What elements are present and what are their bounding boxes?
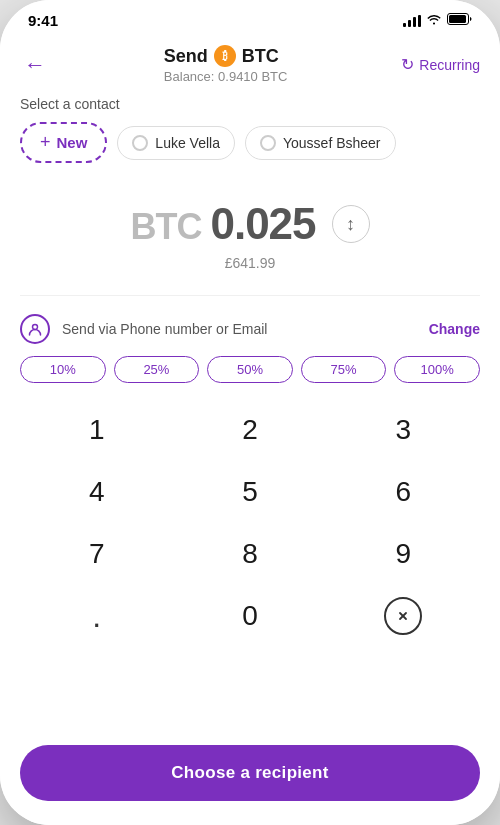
battery-icon: [447, 13, 472, 28]
new-contact-button[interactable]: + New: [20, 122, 107, 163]
new-contact-label: New: [57, 134, 88, 151]
pct-25[interactable]: 25%: [114, 356, 200, 383]
svg-rect-1: [449, 15, 466, 23]
percentage-row: 10% 25% 50% 75% 100%: [20, 356, 480, 383]
contact-item-youssef[interactable]: Youssef Bsheer: [245, 126, 396, 160]
contact-list: + New Luke Vella Youssef Bsheer: [20, 122, 480, 163]
send-method-text: Send via Phone number or Email: [62, 321, 417, 337]
key-8[interactable]: 8: [173, 523, 326, 585]
key-backspace[interactable]: [327, 585, 480, 647]
amount-currency: BTC: [130, 206, 210, 247]
key-7[interactable]: 7: [20, 523, 173, 585]
amount-number: 0.025: [210, 199, 315, 248]
divider-1: [20, 295, 480, 296]
phone-frame: 9:41: [0, 0, 500, 825]
status-bar: 9:41: [0, 0, 500, 37]
back-button[interactable]: ←: [20, 48, 50, 82]
key-4[interactable]: 4: [20, 461, 173, 523]
amount-fiat: £641.99: [20, 255, 480, 271]
swap-button[interactable]: ↕: [332, 205, 370, 243]
pct-100[interactable]: 100%: [394, 356, 480, 383]
contact-name-youssef: Youssef Bsheer: [283, 135, 381, 151]
radio-youssef: [260, 135, 276, 151]
send-method-icon: [20, 314, 50, 344]
pct-50[interactable]: 50%: [207, 356, 293, 383]
balance-display: Balance: 0.9410 BTC: [164, 69, 288, 84]
contact-name-luke: Luke Vella: [155, 135, 220, 151]
header-center: Send ₿ BTC Balance: 0.9410 BTC: [164, 45, 288, 84]
amount-section: BTC 0.025 ↕ £641.99: [20, 179, 480, 281]
amount-value: BTC 0.025: [130, 199, 315, 249]
key-0[interactable]: 0: [173, 585, 326, 647]
pct-75[interactable]: 75%: [301, 356, 387, 383]
key-9[interactable]: 9: [327, 523, 480, 585]
key-5[interactable]: 5: [173, 461, 326, 523]
balance-label: Balance:: [164, 69, 215, 84]
bottom-bar: Choose a recipient: [0, 733, 500, 825]
currency-label: BTC: [242, 46, 279, 67]
status-time: 9:41: [28, 12, 58, 29]
balance-value: 0.9410 BTC: [218, 69, 287, 84]
main-content: Select a contact + New Luke Vella Yousse…: [0, 96, 500, 733]
recurring-button[interactable]: ↻ Recurring: [401, 55, 480, 74]
contact-item-luke[interactable]: Luke Vella: [117, 126, 235, 160]
plus-icon: +: [40, 132, 51, 153]
recurring-icon: ↻: [401, 55, 414, 74]
page-header: ← Send ₿ BTC Balance: 0.9410 BTC ↻ Recur…: [0, 37, 500, 96]
amount-display: BTC 0.025 ↕: [20, 199, 480, 249]
key-2[interactable]: 2: [173, 399, 326, 461]
status-icons: [403, 13, 472, 28]
contact-section-label: Select a contact: [20, 96, 480, 112]
numpad: 1 2 3 4 5 6 7 8 9 . 0: [20, 399, 480, 647]
wifi-icon: [426, 13, 442, 28]
choose-recipient-button[interactable]: Choose a recipient: [20, 745, 480, 801]
pct-10[interactable]: 10%: [20, 356, 106, 383]
page-title: Send ₿ BTC: [164, 45, 288, 67]
key-dot[interactable]: .: [20, 585, 173, 647]
key-6[interactable]: 6: [327, 461, 480, 523]
backspace-circle: [384, 597, 422, 635]
send-label: Send: [164, 46, 208, 67]
change-link[interactable]: Change: [429, 321, 480, 337]
recurring-label: Recurring: [419, 57, 480, 73]
btc-icon: ₿: [214, 45, 236, 67]
contact-section: Select a contact + New Luke Vella Yousse…: [20, 96, 480, 163]
key-3[interactable]: 3: [327, 399, 480, 461]
radio-luke: [132, 135, 148, 151]
signal-icon: [403, 15, 421, 27]
key-1[interactable]: 1: [20, 399, 173, 461]
send-method-row: Send via Phone number or Email Change: [20, 310, 480, 356]
